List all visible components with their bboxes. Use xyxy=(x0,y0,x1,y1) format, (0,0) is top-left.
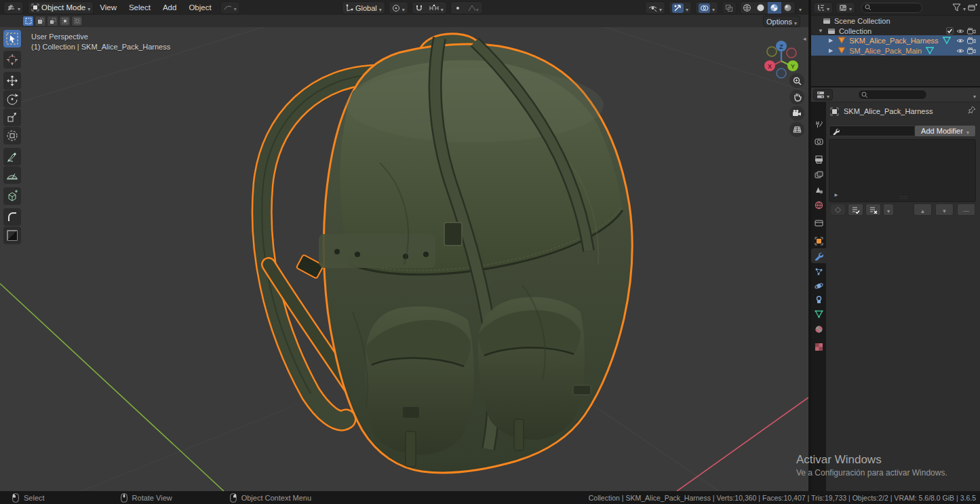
object-visibility-dropdown[interactable] xyxy=(645,1,665,14)
modifier-search-input[interactable] xyxy=(829,125,916,136)
mode-dropdown[interactable]: Object Mode xyxy=(28,1,94,14)
tab-tool[interactable] xyxy=(811,117,826,132)
menu-add[interactable]: Add xyxy=(157,0,182,15)
zoom-button[interactable] xyxy=(789,73,804,88)
panel-expand-arrow[interactable] xyxy=(834,187,839,199)
list-extras-dropdown[interactable] xyxy=(883,203,894,216)
pivot-dropdown[interactable] xyxy=(389,1,408,14)
toggle-all-off-button[interactable] xyxy=(865,203,881,216)
outliner-row-object2[interactable]: ▶ SM_Alice_Pack_Main xyxy=(811,45,980,56)
resize-grip-icon[interactable]: :::: xyxy=(900,195,908,199)
move-down-button[interactable] xyxy=(935,203,954,216)
ortho-toggle-button[interactable] xyxy=(789,122,804,137)
add-cube-tool[interactable] xyxy=(3,187,21,205)
outliner-row-object1[interactable]: ▶ SKM_Alice_Pack_Harness xyxy=(811,35,980,45)
scale-tool[interactable] xyxy=(3,109,21,126)
falloff-dropdown[interactable] xyxy=(465,2,482,14)
filter-funnel-icon[interactable] xyxy=(952,3,961,12)
move-tool[interactable] xyxy=(3,72,21,90)
gizmo-minus-y-ball xyxy=(767,47,777,56)
select-mode-intersect-button[interactable] xyxy=(71,16,83,26)
editor-type-button[interactable] xyxy=(3,1,24,14)
shading-wireframe-button[interactable] xyxy=(741,2,754,14)
rotate-tool[interactable] xyxy=(3,90,21,108)
tab-object[interactable] xyxy=(811,233,826,248)
add-modifier-button[interactable]: Add Modifier xyxy=(914,125,976,137)
filter-dropdown[interactable] xyxy=(963,1,966,14)
outliner-editor-button[interactable] xyxy=(813,2,833,14)
tab-view-layer[interactable] xyxy=(811,168,826,182)
pan-button[interactable] xyxy=(789,90,804,104)
shading-solid-button[interactable] xyxy=(754,2,768,14)
tab-render[interactable] xyxy=(811,134,826,149)
blender-window: Object Mode View Select Add Object Globa… xyxy=(0,0,980,504)
properties-editor-button[interactable] xyxy=(813,89,833,100)
transform-tool[interactable] xyxy=(3,127,21,144)
tab-texture[interactable] xyxy=(811,339,826,354)
shading-dropdown[interactable] xyxy=(799,2,802,14)
menu-select[interactable]: Select xyxy=(123,0,157,15)
tab-modifiers[interactable] xyxy=(811,248,826,263)
object1-eye-icon[interactable] xyxy=(956,37,964,44)
tab-world[interactable] xyxy=(811,197,826,212)
object2-camera-icon[interactable] xyxy=(967,47,976,54)
select-mode-invert-button[interactable] xyxy=(59,16,71,26)
pin-icon[interactable] xyxy=(968,106,976,114)
tab-particles[interactable] xyxy=(811,264,826,279)
diagonal-tool[interactable] xyxy=(3,227,21,244)
toggle-all-on-button[interactable] xyxy=(848,203,863,216)
magnet-toggle[interactable] xyxy=(412,2,426,14)
options-dropdown[interactable]: Options xyxy=(763,16,800,27)
select-mode-subtract-button[interactable] xyxy=(47,16,58,26)
collection-camera-icon[interactable] xyxy=(967,28,976,35)
move-up-button[interactable] xyxy=(914,203,932,216)
hint-rotate-view: Rotate View xyxy=(132,494,172,502)
tab-object-data[interactable] xyxy=(811,307,826,322)
apply-modifier-button[interactable] xyxy=(830,203,846,216)
menu-object[interactable]: Object xyxy=(182,0,217,15)
snap-target-dropdown[interactable] xyxy=(426,2,446,14)
new-collection-icon[interactable] xyxy=(968,3,977,12)
outliner-row-scene-collection[interactable]: Scene Collection xyxy=(811,16,980,26)
orientation-dropdown[interactable]: Global xyxy=(342,1,385,14)
viewport-canvas[interactable]: User Perspective (1) Collection | SKM_Al… xyxy=(0,27,808,491)
select-box-tool[interactable] xyxy=(3,30,21,47)
tab-constraints[interactable] xyxy=(811,292,826,307)
scene-stats: Collection | SKM_Alice_Pack_Harness | Ve… xyxy=(589,494,976,502)
cursor-tool[interactable] xyxy=(3,51,21,69)
tab-collection[interactable] xyxy=(811,215,826,230)
gizmos-dropdown[interactable] xyxy=(669,1,692,14)
shading-rendered-button[interactable] xyxy=(781,2,795,14)
tab-output[interactable] xyxy=(811,152,826,167)
tab-physics[interactable] xyxy=(811,278,826,293)
tab-scene[interactable] xyxy=(811,182,826,197)
menu-view[interactable]: View xyxy=(94,0,123,15)
properties-options-dropdown[interactable] xyxy=(973,89,976,101)
overlays-dropdown[interactable] xyxy=(695,1,718,14)
modifier-list[interactable]: :::: xyxy=(829,139,976,202)
outliner-search-input[interactable] xyxy=(861,3,922,13)
outliner-display-mode[interactable] xyxy=(836,2,855,14)
collapse-arrow-icon[interactable]: ▼ xyxy=(818,28,823,34)
camera-view-button[interactable] xyxy=(789,106,804,121)
shading-material-button[interactable] xyxy=(768,2,781,14)
select-mode-extend-button[interactable] xyxy=(35,16,46,26)
expand-arrow-icon[interactable]: ▶ xyxy=(829,47,833,54)
remove-button[interactable] xyxy=(957,203,975,216)
object1-camera-icon[interactable] xyxy=(967,37,976,44)
select-mode-set-button[interactable] xyxy=(22,16,34,26)
collection-checkbox[interactable] xyxy=(946,27,954,35)
annotate-tool[interactable] xyxy=(3,148,21,166)
active-tool-dropdown[interactable] xyxy=(220,1,240,14)
corner-tool[interactable] xyxy=(3,208,21,226)
proportional-edit-toggle[interactable] xyxy=(451,2,465,14)
sidebar-collapse-arrow[interactable]: ◂ xyxy=(803,35,806,42)
xray-toggle[interactable] xyxy=(722,1,737,14)
object2-eye-icon[interactable] xyxy=(956,47,964,54)
expand-arrow-icon[interactable]: ▶ xyxy=(829,37,833,43)
outliner-row-collection[interactable]: ▼ Collection xyxy=(811,26,980,36)
measure-tool[interactable] xyxy=(3,166,21,184)
properties-search-input[interactable] xyxy=(858,90,927,100)
tab-material[interactable] xyxy=(811,322,826,336)
collection-eye-icon[interactable] xyxy=(956,28,964,35)
